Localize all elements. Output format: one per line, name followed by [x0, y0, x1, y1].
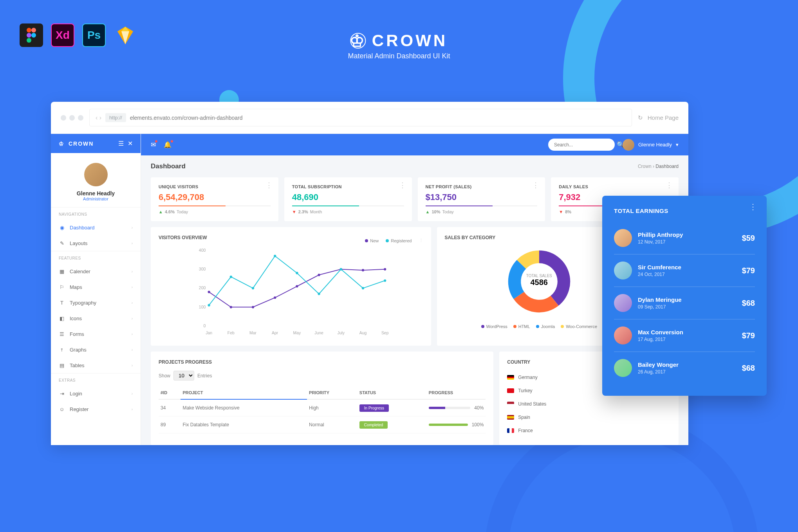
country-item[interactable]: Spain — [507, 411, 671, 424]
country-item[interactable]: France — [507, 424, 671, 437]
th-priority[interactable]: PRIORITY — [307, 386, 357, 399]
svg-point-24 — [230, 306, 232, 308]
sidebar-item-graphs[interactable]: ⫯Graphs› — [51, 342, 141, 357]
chevron-right-icon: › — [132, 348, 133, 352]
legend-item: New — [365, 238, 379, 243]
flag-icon — [507, 428, 514, 433]
refresh-icon[interactable]: ↻ — [638, 114, 643, 121]
svg-point-28 — [318, 274, 320, 276]
more-icon[interactable]: ⋮ — [666, 184, 673, 186]
search-input[interactable] — [554, 142, 613, 148]
sidebar-item-typography[interactable]: TTypography› — [51, 295, 141, 310]
chevron-right-icon: › — [132, 391, 133, 396]
svg-text:100: 100 — [199, 305, 206, 309]
svg-point-0 — [27, 28, 31, 32]
visitors-chart-card: VISITORS OVERVIEW NewRegistered⋮ 0100200… — [151, 227, 431, 346]
sidebar-item-icons[interactable]: ◧Icons› — [51, 310, 141, 326]
legend-item: HTML — [513, 324, 530, 329]
earning-name: Max Conversion — [638, 329, 683, 335]
window-dots — [61, 115, 83, 121]
crumb[interactable]: Crown — [638, 164, 652, 169]
more-icon[interactable]: ⋮ — [265, 184, 273, 186]
projects-card: PROJECTS PROGRESS Show 10 Entries #ID PR… — [151, 352, 493, 445]
avatar — [614, 261, 632, 280]
stat-card: ⋮ UNIQUE VISITORS 6,54,29,708 ▲ 4.6% Tod… — [151, 177, 278, 221]
svg-point-31 — [384, 268, 386, 271]
stat-meta: ▲ 10% Today — [426, 209, 538, 214]
nav-label: Icons — [70, 316, 82, 321]
nav-label: Graphs — [70, 347, 87, 353]
home-page-label: Home Page — [648, 114, 679, 121]
tools-icon[interactable]: ✕ — [128, 140, 133, 147]
table-row[interactable]: 89 Fix Datables Template Normal Complete… — [159, 417, 486, 433]
flag-icon — [507, 388, 514, 393]
more-icon[interactable]: ⋮ — [749, 206, 757, 208]
entries-select[interactable]: 10 — [173, 371, 194, 381]
stat-meta: ▼ 2.3% Month — [292, 209, 404, 214]
sidebar-item-login[interactable]: ⇥Login› — [51, 386, 141, 401]
mail-icon[interactable]: ✉ — [151, 141, 156, 148]
user-menu[interactable]: Glenne Headly ▾ — [623, 139, 679, 151]
search-box[interactable]: 🔍 — [548, 139, 615, 151]
nav-label: Register — [70, 406, 88, 412]
sidebar-item-dashboard[interactable]: ◉Dashboard› — [51, 220, 141, 235]
earning-date: 24 Oct, 2017 — [638, 272, 681, 277]
sidebar-item-forms[interactable]: ☰Forms› — [51, 326, 141, 342]
earning-row[interactable]: Dylan Meringue09 Sep, 2017 $68 — [614, 287, 755, 319]
nav-arrows[interactable]: ‹ › — [96, 114, 101, 121]
svg-point-32 — [208, 304, 210, 307]
sidebar-item-register[interactable]: ☺Register› — [51, 401, 141, 417]
cell-status: In Progress — [357, 399, 427, 417]
bell-icon[interactable]: 🔔 — [164, 141, 172, 148]
earning-date: 26 Aug, 2017 — [638, 369, 679, 375]
th-progress[interactable]: PROGRESS — [427, 386, 486, 399]
nav-icon: ▤ — [59, 362, 65, 368]
earning-date: 17 Aug, 2017 — [638, 337, 683, 342]
avatar — [614, 326, 632, 344]
sketch-icon — [114, 23, 137, 47]
donut-total: 4586 — [526, 278, 552, 287]
svg-point-37 — [318, 293, 320, 295]
svg-text:0: 0 — [203, 324, 206, 328]
user-mini-name: Glenne Headly — [638, 142, 672, 148]
url-bar[interactable]: ‹ › http:// elements.envato.com/crown-ad… — [89, 109, 632, 126]
th-id[interactable]: #ID — [159, 386, 181, 399]
country-name: Spain — [518, 415, 530, 420]
nav-icon: T — [59, 299, 65, 306]
url-text: elements.envato.com/crown-admin-dashboar… — [130, 115, 243, 121]
hero: ♔ CROWN Material Admin Dashboard UI Kit — [348, 31, 450, 60]
svg-point-3 — [31, 33, 36, 38]
nav-icon: ⫯ — [59, 346, 65, 353]
th-status[interactable]: STATUS — [357, 386, 427, 399]
user-avatar[interactable] — [84, 163, 108, 186]
sidebar: ♔ CROWN ☰ ✕ Glenne Headly Administrator … — [51, 134, 141, 445]
more-icon[interactable]: ⋮ — [399, 184, 406, 186]
home-page-link[interactable]: ↻ Home Page — [638, 114, 679, 121]
stat-title: UNIQUE VISITORS — [159, 184, 271, 189]
svg-point-34 — [252, 287, 254, 289]
table-row[interactable]: 34 Make Webside Responsive High In Progr… — [159, 399, 486, 417]
avatar — [614, 359, 632, 377]
svg-text:Aug: Aug — [359, 331, 367, 335]
sidebar-item-tables[interactable]: ▤Tables› — [51, 357, 141, 373]
country-name: France — [518, 428, 533, 433]
sidebar-item-layouts[interactable]: ✎Layouts› — [51, 235, 141, 251]
topbar: ✉ 🔔 🔍 Glenne Headly ▾ — [141, 134, 688, 155]
sidebar-item-maps[interactable]: ⚐Maps› — [51, 279, 141, 295]
earnings-popup: TOTAL EARNINGS ⋮ Phillip Anthropy12 Nov,… — [602, 196, 767, 396]
more-icon[interactable]: ⋮ — [532, 184, 539, 186]
th-project[interactable]: PROJECT — [181, 386, 307, 399]
menu-icon[interactable]: ☰ — [118, 140, 124, 147]
earning-row[interactable]: Max Conversion17 Aug, 2017 $79 — [614, 319, 755, 352]
more-icon[interactable]: ⋮ — [419, 238, 423, 243]
earning-row[interactable]: Bailey Wonger26 Aug, 2017 $68 — [614, 352, 755, 384]
page-title: Dashboard — [151, 162, 186, 170]
earning-row[interactable]: Phillip Anthropy12 Nov, 2017 $59 — [614, 222, 755, 254]
country-item[interactable]: United States — [507, 397, 671, 411]
cell-status: Completed — [357, 417, 427, 433]
nav-label: Dashboard — [70, 225, 95, 231]
earning-row[interactable]: Sir Cumference24 Oct, 2017 $79 — [614, 254, 755, 287]
sidebar-item-calender[interactable]: ▦Calender› — [51, 263, 141, 279]
nav-section-header: FEATURES — [51, 251, 141, 263]
stat-bar — [292, 206, 404, 206]
